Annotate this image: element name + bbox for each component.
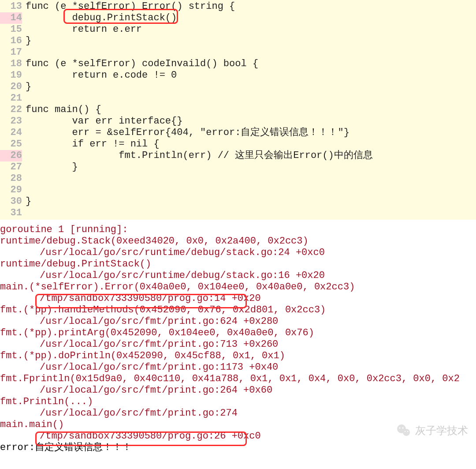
code-line: func main() { <box>26 104 476 116</box>
watermark-text: 灰子学技术 <box>415 425 468 436</box>
code-line: } <box>26 161 476 173</box>
code-line <box>26 93 476 104</box>
svg-point-1 <box>403 429 410 436</box>
code-line <box>26 184 476 196</box>
line-number: 13 <box>0 1 22 12</box>
line-number: 16 <box>0 35 22 47</box>
code-line: func (e *selfError) Error() string { <box>26 1 476 12</box>
svg-point-5 <box>407 431 408 432</box>
line-number: 22 <box>0 104 22 116</box>
line-number: 29 <box>0 184 22 196</box>
output-line: /usr/local/go/src/fmt/print.go:264 +0x60 <box>0 385 476 396</box>
output-line: fmt.(*pp).doPrintln(0x452090, 0x45cf88, … <box>0 350 476 362</box>
wechat-icon <box>396 423 412 439</box>
console-output: goroutine 1 [running]:runtime/debug.Stac… <box>0 220 476 461</box>
output-line: /usr/local/go/src/fmt/print.go:713 +0x26… <box>0 339 476 350</box>
svg-point-4 <box>405 431 405 432</box>
code-line <box>26 47 476 58</box>
svg-point-2 <box>399 427 400 428</box>
line-number: 23 <box>0 116 22 127</box>
output-line: /usr/local/go/src/fmt/print.go:624 +0x28… <box>0 316 476 327</box>
code-line: fmt.Println(err) // 这里只会输出Error()中的信息 <box>26 150 476 161</box>
line-number: 17 <box>0 47 22 58</box>
line-number: 24 <box>0 127 22 139</box>
line-number: 27 <box>0 161 22 173</box>
code-line: } <box>26 196 476 207</box>
output-line: goroutine 1 [running]: <box>0 224 476 236</box>
line-number: 28 <box>0 173 22 184</box>
output-line: runtime/debug.PrintStack() <box>0 259 476 270</box>
output-line: /usr/local/go/src/fmt/print.go:274 <box>0 408 476 419</box>
output-line: fmt.Println(...) <box>0 396 476 408</box>
svg-point-3 <box>402 427 403 428</box>
line-number: 30 <box>0 196 22 207</box>
code-line: return e.code != 0 <box>26 70 476 81</box>
code-line: err = &selfError{404, "error:自定义错误信息！！！"… <box>26 127 476 139</box>
code-line: func (e *selfError) codeInvaild() bool { <box>26 58 476 70</box>
output-line: /tmp/sandbox733390580/prog.go:14 +0x20 <box>0 293 476 304</box>
code-editor: 13141516171819202122232425262728293031 f… <box>0 0 476 220</box>
line-number: 20 <box>0 81 22 93</box>
line-number: 14 <box>0 12 22 24</box>
line-number: 31 <box>0 207 22 219</box>
code-line <box>26 173 476 184</box>
code-line: } <box>26 81 476 93</box>
line-number: 25 <box>0 139 22 150</box>
line-number: 19 <box>0 70 22 81</box>
output-line: /usr/local/go/src/runtime/debug/stack.go… <box>0 247 476 259</box>
code-line: var err interface{} <box>26 116 476 127</box>
output-line: fmt.(*pp).printArg(0x452090, 0x104ee0, 0… <box>0 327 476 339</box>
code-line: debug.PrintStack() <box>26 12 476 24</box>
output-line: main.(*selfError).Error(0x40a0e0, 0x104e… <box>0 281 476 293</box>
line-number: 15 <box>0 24 22 35</box>
code-line <box>26 207 476 219</box>
output-line: /usr/local/go/src/runtime/debug/stack.go… <box>0 270 476 281</box>
watermark: 灰子学技术 <box>396 423 468 439</box>
code-line: } <box>26 35 476 47</box>
output-line: fmt.Fprintln(0x15d9a0, 0x40c110, 0x41a78… <box>0 373 476 385</box>
output-line: /usr/local/go/src/fmt/print.go:1173 +0x4… <box>0 362 476 373</box>
output-line: fmt.(*pp).handleMethods(0x452090, 0x76, … <box>0 304 476 316</box>
line-number-gutter: 13141516171819202122232425262728293031 <box>0 1 26 219</box>
code-area: func (e *selfError) Error() string { deb… <box>26 1 476 219</box>
output-line: error:自定义错误信息！！！ <box>0 442 476 454</box>
code-line: return e.err <box>26 24 476 35</box>
code-line: if err != nil { <box>26 139 476 150</box>
line-number: 21 <box>0 93 22 104</box>
line-number: 26 <box>0 150 22 161</box>
line-number: 18 <box>0 58 22 70</box>
output-line: runtime/debug.Stack(0xeed34020, 0x0, 0x2… <box>0 236 476 247</box>
